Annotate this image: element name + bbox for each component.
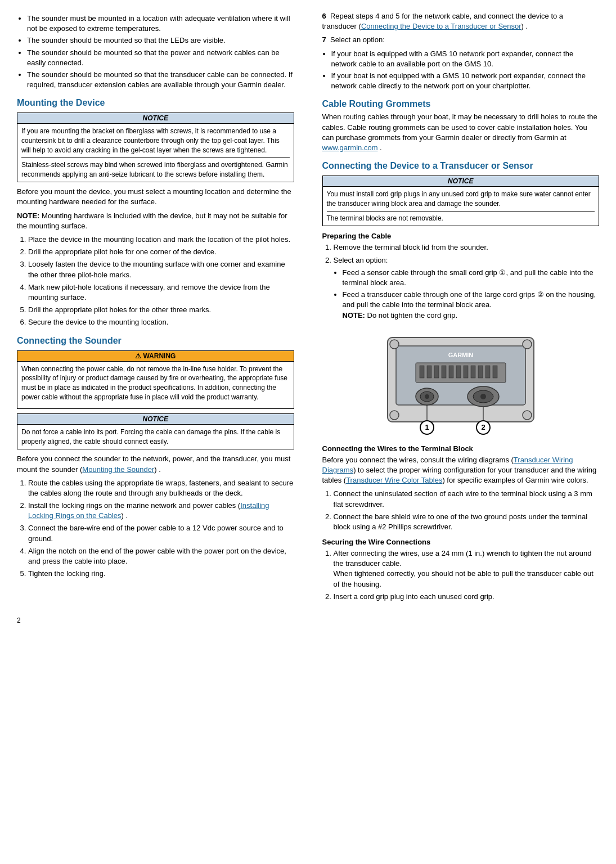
svg-rect-4 [420,366,424,378]
step-7: 7 Select an option: [322,35,600,45]
mounting-device-title: Mounting the Device [17,98,294,108]
prep-step-2-text: Select an option: [334,256,388,264]
prep-bullet-1: Feed a sensor cable through the small co… [343,268,600,288]
warning-text: When connecting the power cable, do not … [21,364,290,402]
mounting-steps: Place the device in the mounting locatio… [28,235,294,328]
connecting-wires-text: Before you connect the wires, consult th… [322,455,600,486]
step-7-bullets: If your boat is equipped with a GMS 10 n… [331,49,600,92]
transducer-notice-p1: You must install cord grip plugs in any … [327,190,595,209]
securing-wires-subtitle: Securing the Wire Connections [322,538,600,546]
mounting-notice-body: If you are mounting the bracket on fiber… [17,124,294,182]
connecting-wires-steps: Connect the uninsulated section of each … [334,489,600,532]
step-7-bullet-1: If your boat is equipped with a GMS 10 n… [331,49,600,69]
wire-color-tables-link[interactable]: Transducer Wire Color Tables [346,476,442,484]
step-7-bullet-2: If your boat is not equipped with a GMS … [331,71,600,91]
sounder-step-2-text: Install the locking rings on the marine … [28,501,240,510]
sounder-notice-body: Do not force a cable into its port. Forc… [17,425,294,449]
sounder-step-3: Connect the bare-wire end of the power c… [28,523,294,543]
sounder-step-2: Install the locking rings on the marine … [28,501,294,521]
device-diagram: GARMIN [382,326,539,439]
left-column: The sounder must be mounted in a locatio… [17,11,300,605]
sounder-notice-text: Do not force a cable into its port. Forc… [21,428,290,447]
mounting-step-2: Drill the appropriate pilot hole for one… [28,247,294,257]
securing-step-1-text: After connecting the wires, use a 24 mm … [334,549,592,568]
sounder-step-4: Align the notch on the end of the power … [28,546,294,566]
transducer-sensor-link[interactable]: Connecting the Device to a Transducer or… [361,22,521,30]
svg-point-22 [523,340,532,349]
connecting-transducer-title: Connecting the Device to a Transducer or… [322,161,600,171]
svg-point-21 [390,340,399,349]
bullet-2: The sounder should be mounted so that th… [27,35,294,46]
bullet-4: The sounder should be mounted so that th… [27,70,294,90]
bullet-1: The sounder must be mounted in a locatio… [27,14,294,34]
step-6-num: 6 [322,12,326,20]
svg-rect-7 [442,366,446,378]
step-7-num: 7 [322,35,326,44]
mounting-step-6: Secure the device to the mounting locati… [28,317,294,327]
svg-rect-5 [427,366,431,378]
svg-rect-9 [456,366,461,378]
svg-rect-8 [449,366,453,378]
step-6-after: ) . [521,22,528,30]
mounting-step-5: Drill the appropriate pilot holes for th… [28,305,294,315]
cw-step-2: Connect the bare shield wire to one of t… [334,512,600,532]
mounting-notice-header: NOTICE [17,113,294,124]
bullet-3: The sounder should be mounted so that th… [27,48,294,68]
cable-routing-text-1: When routing cables through your boat, i… [322,112,597,141]
transducer-notice-p2: The terminal blocks are not removable. [327,214,595,223]
sounder-notice-header: NOTICE [17,414,294,425]
warning-box: ⚠ WARNING When connecting the power cabl… [17,350,294,409]
svg-rect-14 [493,366,497,378]
svg-point-23 [390,411,399,420]
cw-step-1: Connect the uninsulated section of each … [334,489,600,509]
step-7-text: Select an option: [330,35,385,44]
svg-rect-12 [478,366,483,378]
svg-rect-11 [471,366,475,378]
page-number: 2 [17,616,599,624]
connecting-wires-subtitle: Connecting the Wires to the Terminal Blo… [322,444,600,453]
before-connect-text-2: ) . [154,465,161,474]
prep-step-2: Select an option: Feed a sensor cable th… [334,255,600,321]
transducer-notice-header: NOTICE [323,176,599,187]
svg-text:2: 2 [481,423,485,431]
prep-bullet-2-text: Feed a transducer cable through one of t… [343,290,596,309]
cw-text-3: ) for specific examples of Garmin wire c… [442,476,588,484]
svg-point-20 [480,394,486,399]
prep-step-2-bullets: Feed a sensor cable through the small co… [343,268,600,321]
cable-routing-text: When routing cables through your boat, i… [322,112,600,153]
mounting-note: NOTE: Mounting hardware is included with… [17,211,294,231]
mounting-notice-p2: Stainless-steel screws may bind when scr… [21,160,290,179]
svg-point-17 [425,394,429,399]
securing-step-1: After connecting the wires, use a 24 mm … [334,548,600,590]
mounting-step-3: Loosely fasten the device to the mountin… [28,259,294,280]
svg-rect-6 [434,366,439,378]
garmin-com-link[interactable]: www.garmin.com [322,143,378,152]
sounder-step-2-after: ) . [122,511,128,520]
securing-step-1-sub: When tightened correctly, you should not… [334,569,593,588]
mounting-notice-p1: If you are mounting the bracket on fiber… [21,127,290,155]
cable-routing-text-after: . [377,143,381,152]
transducer-notice-body: You must install cord grip plugs in any … [323,187,599,226]
connecting-sounder-title: Connecting the Sounder [17,336,294,346]
securing-steps: After connecting the wires, use a 24 mm … [334,548,600,602]
mounting-sounder-link[interactable]: Mounting the Sounder [82,465,154,474]
prep-step-1: Remove the terminal block lid from the s… [334,242,600,253]
prep-note-text: Do not tighten the cord grip. [367,311,457,320]
svg-rect-13 [485,366,490,378]
right-column: 6 Repeat steps 4 and 5 for the network c… [317,11,600,605]
mounting-note-label: NOTE: [17,212,39,220]
mounting-note-text: Mounting hardware is included with the d… [17,212,287,230]
warning-header: ⚠ WARNING [17,351,294,362]
before-connect-text: Before you connect the sounder to the ne… [17,454,294,474]
intro-bullets: The sounder must be mounted in a locatio… [27,14,294,90]
sounder-step-5: Tighten the locking ring. [28,569,294,579]
cable-routing-title: Cable Routing Grommets [322,99,600,109]
prep-note-label: NOTE: [343,311,365,320]
sounder-steps: Route the cables using the appropriate t… [28,478,294,579]
cw-text-1: Before you connect the wires, consult th… [322,456,514,464]
before-mount-text: Before you mount the device, you must se… [17,187,294,207]
warning-body: When connecting the power cable, do not … [17,362,294,408]
svg-rect-10 [464,366,468,378]
mounting-step-4: Mark new pilot-hole locations if necessa… [28,282,294,303]
mounting-step-1: Place the device in the mounting locatio… [28,235,294,245]
